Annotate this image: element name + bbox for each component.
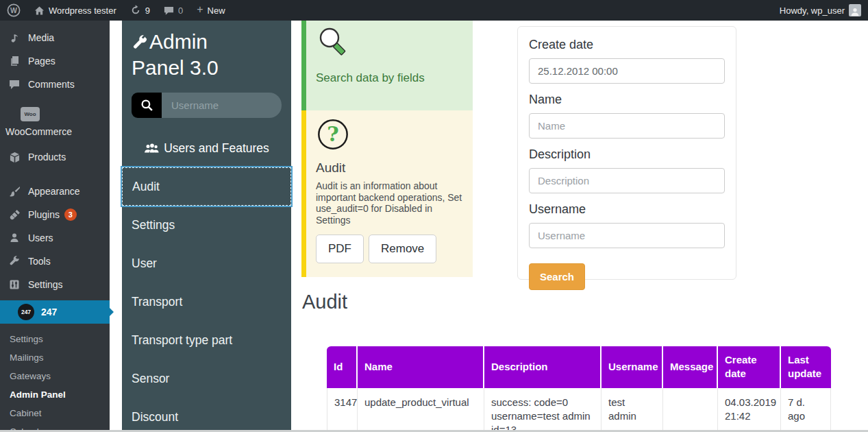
sidebar-item-label: 247 — [41, 307, 57, 317]
cell-message — [663, 388, 718, 432]
sidebar-item-comments[interactable]: Comments — [0, 73, 110, 96]
plus-icon: + — [197, 4, 203, 15]
panel-item-sensor[interactable]: Sensor — [122, 359, 291, 398]
cell-last-update: 7 d. ago — [781, 388, 831, 432]
appearance-icon — [7, 186, 22, 197]
submenu-item-mailings[interactable]: Mailings — [0, 348, 110, 367]
search-hint-text: Search data by fields — [316, 71, 463, 85]
question-mark-icon: ? — [316, 117, 463, 152]
panel-item-user[interactable]: User — [122, 244, 291, 283]
updates-menu[interactable]: 9 — [123, 0, 157, 21]
sidebar-item-woocommerce[interactable]: Woo WooCommerce — [0, 104, 110, 145]
sidebar-item-label: WooCommerce — [5, 126, 104, 137]
name-field[interactable] — [529, 113, 725, 139]
wp-sidebar: Media Pages Comments Woo WooCommerce Pro… — [0, 21, 110, 432]
svg-text:W: W — [10, 6, 17, 14]
submenu-item-admin-panel[interactable]: Admin Panel — [0, 385, 110, 404]
sidebar-item-label: Appearance — [28, 186, 80, 197]
name-label: Name — [529, 93, 725, 107]
panel-item-settings[interactable]: Settings — [122, 206, 291, 244]
sidebar-item-users[interactable]: Users — [0, 226, 110, 250]
comment-bubble-icon — [164, 5, 174, 16]
column-header-username[interactable]: Username — [602, 346, 663, 388]
magnifier-icon — [316, 26, 463, 60]
column-header-message[interactable]: Message — [663, 346, 718, 388]
search-button[interactable]: Search — [529, 263, 585, 290]
filter-form: Create date Name Description Username Se… — [517, 26, 736, 280]
column-header-last-update[interactable]: Last update — [781, 346, 831, 388]
updates-icon — [130, 5, 141, 16]
username-search-input[interactable] — [162, 93, 282, 118]
description-label: Description — [529, 147, 725, 162]
column-header-name[interactable]: Name — [358, 346, 484, 388]
plugins-icon — [7, 209, 22, 221]
my-account-menu[interactable]: Howdy, wp_user — [773, 0, 868, 21]
create-date-label: Create date — [529, 38, 725, 52]
sidebar-item-label: Products — [28, 152, 66, 163]
panel-title: Admin Panel 3.0 — [122, 21, 256, 80]
sidebar-item-settings[interactable]: Settings — [0, 273, 110, 296]
panel-item-transport[interactable]: Transport — [122, 283, 291, 321]
wp-logo-menu[interactable]: W — [0, 0, 27, 21]
panel-item-audit[interactable]: Audit — [122, 167, 291, 206]
sidebar-item-label: Plugins — [28, 209, 60, 220]
users-group-icon — [144, 143, 160, 154]
audit-hint-text: Audit is an information about important … — [316, 180, 463, 226]
sidebar-item-label: Comments — [28, 79, 75, 90]
sidebar-item-pages[interactable]: Pages — [0, 49, 110, 73]
users-icon — [7, 232, 22, 243]
panel-item-discount[interactable]: Discount — [122, 398, 291, 432]
avatar — [849, 4, 861, 16]
description-field[interactable] — [529, 168, 725, 193]
comments-icon — [7, 79, 22, 90]
panel-search — [132, 93, 282, 118]
sidebar-item-media[interactable]: Media — [0, 26, 110, 49]
cell-name: update_product_virtual — [358, 388, 484, 432]
page-title: Audit — [302, 291, 347, 313]
table-header-row: Id Name Description Username Message Cre… — [327, 346, 831, 388]
sidebar-item-247[interactable]: 247 247 — [0, 300, 110, 324]
pages-icon — [7, 56, 22, 67]
tools-icon — [7, 256, 22, 267]
sidebar-item-appearance[interactable]: Appearance — [0, 180, 110, 203]
pdf-button[interactable]: PDF — [316, 235, 364, 263]
site-name: Wordpress tester — [49, 5, 116, 16]
site-name-menu[interactable]: Wordpress tester — [27, 0, 123, 21]
admin-panel-sidebar: Admin Panel 3.0 Users and Features Audit… — [122, 21, 291, 432]
sidebar-item-label: Pages — [28, 56, 55, 67]
cell-create-date: 04.03.2019 21:42 — [718, 388, 781, 432]
create-date-field[interactable] — [529, 58, 725, 84]
247-badge-icon: 247 — [18, 304, 34, 320]
audit-table: Id Name Description Username Message Cre… — [327, 346, 831, 432]
wp-admin-bar: W Wordpress tester 9 0 + New Howdy, wp_u… — [0, 0, 868, 21]
audit-actions: PDF Remove — [316, 235, 463, 263]
menu-separator — [0, 96, 110, 104]
search-hint-box: Search data by fields — [301, 21, 473, 110]
cell-username: test admin — [602, 388, 663, 432]
table-row: 3147 update_product_virtual success: cod… — [327, 388, 831, 432]
new-content-menu[interactable]: + New — [190, 0, 232, 21]
sidebar-item-label: Media — [28, 32, 54, 43]
wrench-icon — [132, 34, 148, 51]
settings-icon — [7, 279, 22, 290]
search-icon[interactable] — [132, 93, 162, 118]
sidebar-item-label: Users — [28, 232, 53, 243]
submenu-item-settings[interactable]: Settings — [0, 330, 110, 348]
panel-item-transport-type-part[interactable]: Transport type part — [122, 321, 291, 359]
woocommerce-icon: Woo — [21, 107, 40, 121]
submenu-item-cabinet[interactable]: Cabinet — [0, 404, 110, 422]
sidebar-item-label: Settings — [28, 279, 63, 290]
sidebar-item-plugins[interactable]: Plugins 3 — [0, 203, 110, 226]
column-header-description[interactable]: Description — [484, 346, 602, 388]
submenu-item-gateways[interactable]: Gateways — [0, 367, 110, 385]
update-count: 9 — [145, 5, 150, 16]
sidebar-item-tools[interactable]: Tools — [0, 250, 110, 273]
section-users-and-features: Users and Features — [122, 141, 291, 156]
cell-id: 3147 — [327, 388, 358, 432]
remove-button[interactable]: Remove — [369, 235, 436, 263]
column-header-id[interactable]: Id — [327, 346, 358, 388]
username-field[interactable] — [529, 223, 725, 248]
comments-menu[interactable]: 0 — [157, 0, 190, 21]
column-header-create-date[interactable]: Create date — [718, 346, 781, 388]
sidebar-item-products[interactable]: Products — [0, 145, 110, 169]
